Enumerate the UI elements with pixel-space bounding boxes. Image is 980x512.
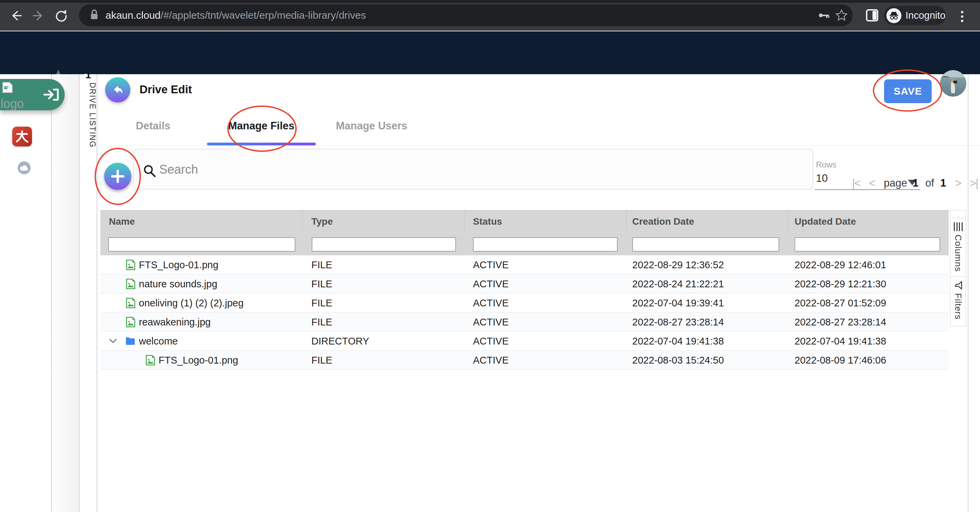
expand-chevron-icon[interactable] xyxy=(109,332,117,351)
login-arrow-icon xyxy=(43,88,59,103)
columns-icon xyxy=(954,222,963,231)
file-name: FTS_Logo-01.png xyxy=(159,355,238,366)
column-header-updated-date[interactable]: Updated Date xyxy=(795,211,856,233)
filter-input-creation-date[interactable] xyxy=(632,237,779,252)
page-label: page xyxy=(884,177,907,189)
total-pages: 1 xyxy=(940,177,946,189)
column-header-name[interactable]: Name xyxy=(109,211,135,233)
columns-label: Columns xyxy=(953,234,963,272)
browser-refresh-button[interactable] xyxy=(54,8,69,23)
file-type: FILE xyxy=(311,313,332,332)
prev-page-button[interactable]: < xyxy=(869,177,875,190)
file-updated: 2022-07-04 19:41:38 xyxy=(795,332,886,351)
table-row[interactable]: FTS_Logo-01.png FILE ACTIVE 2022-08-29 1… xyxy=(100,255,949,274)
filters-panel-tab[interactable]: Filters xyxy=(950,276,966,327)
next-page-button[interactable]: > xyxy=(955,177,961,190)
table-row[interactable]: oneliving (1) (2) (2).jpeg FILE ACTIVE 2… xyxy=(100,293,949,313)
sidebar-shadow xyxy=(52,74,79,512)
lock-icon xyxy=(89,9,99,22)
file-status: ACTIVE xyxy=(473,255,509,274)
drive-listing-count: 1 xyxy=(80,69,96,81)
file-created: 2022-08-24 21:22:21 xyxy=(632,274,724,293)
column-header-creation-date[interactable]: Creation Date xyxy=(632,211,694,233)
address-bar[interactable]: akaun.cloud/#/applets/tnt/wavelet/erp/me… xyxy=(79,5,853,26)
rows-per-page-select[interactable]: 10 xyxy=(816,172,827,185)
column-header-status[interactable]: Status xyxy=(473,211,502,233)
image-file-icon xyxy=(126,279,135,289)
file-type: FILE xyxy=(311,255,332,274)
tabbar-divider xyxy=(97,145,980,146)
incognito-label: Incognito xyxy=(905,10,946,21)
image-file-icon xyxy=(126,259,135,270)
drive-listing-tab[interactable]: DRIVE LISTING xyxy=(79,82,97,148)
column-header-type[interactable]: Type xyxy=(311,211,333,233)
file-type: DIRECTORY xyxy=(311,332,369,351)
user-avatar[interactable] xyxy=(940,70,966,97)
file-status: ACTIVE xyxy=(473,313,509,332)
save-button[interactable]: SAVE xyxy=(884,79,932,103)
active-tab-underline xyxy=(207,143,316,145)
image-file-icon xyxy=(146,355,155,365)
file-created: 2022-08-03 15:24:50 xyxy=(632,351,724,370)
filter-funnel-icon xyxy=(954,281,963,290)
filter-input-updated-date[interactable] xyxy=(795,237,940,252)
file-status: ACTIVE xyxy=(473,332,509,351)
file-name: nature sounds.jpg xyxy=(139,279,218,290)
tab-manage-users[interactable]: Manage Users xyxy=(327,120,416,135)
table-row-directory[interactable]: welcome DIRECTORY ACTIVE 2022-07-04 19:4… xyxy=(100,332,949,351)
file-updated: 2022-08-29 12:21:30 xyxy=(795,274,886,293)
browser-forward-button[interactable] xyxy=(31,8,46,23)
incognito-icon xyxy=(886,8,901,23)
file-status: ACTIVE xyxy=(473,351,509,370)
file-created: 2022-07-04 19:41:38 xyxy=(632,332,724,351)
columns-panel-tab[interactable]: Columns xyxy=(950,218,966,277)
tab-details[interactable]: Details xyxy=(116,120,191,135)
browser-menu-icon[interactable] xyxy=(961,9,964,24)
incognito-badge: Incognito xyxy=(884,6,946,25)
browser-toolbar: akaun.cloud/#/applets/tnt/wavelet/erp/me… xyxy=(0,0,980,30)
browser-back-button[interactable] xyxy=(8,8,23,23)
pagination: |< < page 1 of 1 > >| xyxy=(852,175,978,191)
file-status: ACTIVE xyxy=(473,293,509,313)
tab-manage-files[interactable]: Manage Files xyxy=(210,120,312,135)
file-status: ACTIVE xyxy=(473,274,509,293)
filters-label: Filters xyxy=(953,293,963,320)
filter-input-name[interactable] xyxy=(108,237,295,252)
table-row[interactable]: nature sounds.jpg FILE ACTIVE 2022-08-24… xyxy=(100,274,949,293)
broken-image-icon xyxy=(2,82,13,95)
add-file-button[interactable] xyxy=(104,163,131,190)
table-header-row: Name Type Status Creation Date Updated D… xyxy=(100,210,949,233)
table-row[interactable]: reawakening.jpg FILE ACTIVE 2022-08-27 2… xyxy=(100,313,949,332)
password-key-icon[interactable] xyxy=(817,9,831,23)
file-updated: 2022-08-27 23:28:14 xyxy=(795,313,886,332)
url-path: /#/applets/tnt/wavelet/erp/media-library… xyxy=(161,10,366,21)
browser-tab-strip xyxy=(0,0,980,3)
back-button[interactable] xyxy=(105,77,130,102)
cloud-app-icon[interactable] xyxy=(18,161,30,174)
rows-per-page-label: Rows xyxy=(816,160,837,169)
image-file-icon xyxy=(126,298,135,308)
file-updated: 2022-08-29 12:46:01 xyxy=(795,255,886,274)
file-name: FTS_Logo-01.png xyxy=(139,259,218,271)
file-updated: 2022-08-27 01:52:09 xyxy=(795,293,886,313)
file-name: oneliving (1) (2) (2).jpeg xyxy=(139,298,243,309)
bookmark-star-icon[interactable] xyxy=(835,8,848,23)
current-page: 1 xyxy=(913,177,918,189)
table-row-nested[interactable]: FTS_Logo-01.png FILE ACTIVE 2022-08-03 1… xyxy=(100,351,949,370)
file-name: reawakening.jpg xyxy=(139,317,211,328)
filter-input-status[interactable] xyxy=(473,237,617,252)
file-created: 2022-08-27 23:28:14 xyxy=(632,313,724,332)
sidebar-divider xyxy=(51,74,52,512)
folder-icon xyxy=(125,337,135,346)
filter-input-type[interactable] xyxy=(312,237,456,252)
url-domain: akaun.cloud xyxy=(105,10,161,21)
pdf-app-icon[interactable] xyxy=(12,127,32,147)
first-page-button[interactable]: |< xyxy=(852,177,860,190)
app-header: akaun xyxy=(0,31,980,74)
search-input[interactable] xyxy=(159,160,738,179)
side-panel-icon[interactable] xyxy=(865,9,878,22)
search-icon xyxy=(143,164,156,179)
last-page-button[interactable]: >| xyxy=(970,177,978,190)
file-type: FILE xyxy=(311,293,332,313)
image-file-icon xyxy=(126,317,135,327)
